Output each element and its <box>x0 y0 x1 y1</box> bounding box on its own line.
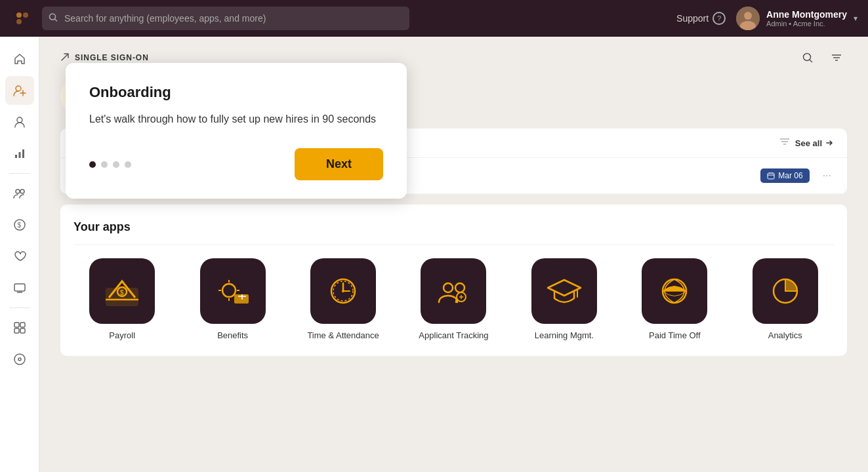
sidebar-item-reports[interactable] <box>5 139 34 168</box>
header-actions <box>797 47 847 68</box>
app-name-payroll: Payroll <box>109 330 135 340</box>
svg-rect-19 <box>14 284 25 291</box>
your-apps-title: Your apps <box>73 220 834 234</box>
svg-rect-57 <box>768 173 774 179</box>
svg-point-2 <box>16 19 22 24</box>
user-role: Admin • Acme Inc. <box>766 20 847 28</box>
apps-grid: $ Payroll <box>73 258 834 340</box>
svg-point-77 <box>444 283 453 292</box>
svg-line-28 <box>810 60 812 62</box>
popup-card: Onboarding Let's walk through how to ful… <box>66 63 407 199</box>
sidebar-item-people[interactable] <box>5 108 34 136</box>
logo-icon[interactable] <box>10 7 34 30</box>
svg-point-64 <box>222 284 236 297</box>
topnav: Support ? Anne Montgomery Admin • Acme I… <box>0 0 868 37</box>
header-search-button[interactable] <box>797 47 818 68</box>
svg-point-6 <box>744 12 752 20</box>
app-icon-benefits <box>200 258 266 324</box>
dot-1 <box>89 161 96 168</box>
dot-3 <box>113 161 119 168</box>
header-filter-button[interactable] <box>826 47 847 68</box>
svg-point-8 <box>16 86 21 91</box>
user-menu[interactable]: Anne Montgomery Admin • Acme Inc. ▾ <box>736 7 858 30</box>
svg-point-11 <box>17 117 22 123</box>
app-card-benefits[interactable]: Benefits <box>184 258 281 340</box>
sidebar-item-devices[interactable] <box>5 273 34 302</box>
app-card-pto[interactable]: Paid Time Off <box>626 258 723 340</box>
search-wrap <box>42 7 409 30</box>
app-name-time: Time & Attendance <box>307 330 379 340</box>
svg-rect-24 <box>20 328 25 333</box>
support-icon: ? <box>713 12 726 25</box>
sidebar-item-home[interactable] <box>5 45 34 73</box>
app-card-payroll[interactable]: $ Payroll <box>73 258 171 340</box>
app-card-learning[interactable]: Learning Mgmt. <box>516 258 613 340</box>
sidebar-item-settings[interactable] <box>5 345 34 374</box>
app-card-time[interactable]: Time & Attendance <box>295 258 392 340</box>
search-icon <box>49 13 58 24</box>
avatar <box>736 7 760 30</box>
sidebar-divider-2 <box>9 307 30 308</box>
svg-point-15 <box>16 189 20 193</box>
user-details: Anne Montgomery Admin • Acme Inc. <box>766 9 847 28</box>
support-label: Support <box>676 13 709 24</box>
app-name-analytics: Analytics <box>768 330 802 340</box>
app-icon-applicant <box>421 258 486 324</box>
svg-point-27 <box>804 54 811 61</box>
app-icon-payroll: $ <box>89 258 155 324</box>
app-name-pto: Paid Time Off <box>649 330 701 340</box>
dot-4 <box>125 161 131 168</box>
svg-point-16 <box>20 189 24 193</box>
svg-rect-13 <box>18 152 20 158</box>
app-icon-learning <box>531 258 597 324</box>
popup-text: Let's walk through how to fully set up n… <box>89 111 383 127</box>
app-name-learning: Learning Mgmt. <box>535 330 594 340</box>
next-button[interactable]: Next <box>295 148 383 180</box>
app-name-applicant: Applicant Tracking <box>419 330 488 340</box>
task-date-badge: Mar 06 <box>760 168 809 183</box>
app-card-analytics[interactable]: Analytics <box>737 258 834 340</box>
svg-point-1 <box>23 12 28 18</box>
popup-footer: Next <box>89 148 383 180</box>
svg-rect-12 <box>15 155 17 158</box>
app-icon-time <box>310 258 376 324</box>
support-button[interactable]: Support ? <box>676 12 726 25</box>
svg-point-76 <box>342 290 344 292</box>
onboarding-popup: Onboarding Let's walk through how to ful… <box>39 37 407 199</box>
svg-rect-14 <box>22 149 24 158</box>
svg-rect-65 <box>234 294 249 304</box>
see-all-button[interactable]: See all <box>795 138 834 148</box>
app-card-applicant[interactable]: Applicant Tracking <box>405 258 502 340</box>
user-menu-chevron: ▾ <box>854 14 858 23</box>
app-icon-pto <box>642 258 707 324</box>
user-name: Anne Montgomery <box>766 9 847 20</box>
sidebar-item-payroll[interactable]: $ <box>5 210 34 239</box>
main-content: SINGLE SIGN-ON <box>39 37 868 472</box>
sidebar-divider-1 <box>9 173 30 174</box>
tasks-filter-icon <box>779 136 790 149</box>
app-name-benefits: Benefits <box>217 330 248 340</box>
search-input[interactable] <box>42 7 409 30</box>
svg-point-26 <box>18 358 21 361</box>
svg-line-4 <box>55 19 58 22</box>
svg-point-25 <box>14 354 25 364</box>
svg-rect-21 <box>14 323 19 327</box>
apps-divider <box>73 245 834 245</box>
your-apps-section: Your apps $ Payroll <box>60 205 847 356</box>
sidebar: $ <box>0 37 39 472</box>
sidebar-item-apps[interactable] <box>5 313 34 342</box>
svg-point-78 <box>455 283 465 292</box>
popup-title: Onboarding <box>89 84 383 101</box>
nav-right: Support ? Anne Montgomery Admin • Acme I… <box>676 7 858 30</box>
sidebar-item-teams[interactable] <box>5 179 34 208</box>
svg-text:$: $ <box>17 222 21 229</box>
svg-point-3 <box>50 14 56 20</box>
sidebar-item-add-employee[interactable] <box>5 76 34 105</box>
dot-2 <box>101 161 108 168</box>
svg-rect-23 <box>14 328 19 333</box>
app-icon-analytics <box>753 258 818 324</box>
svg-text:$: $ <box>120 289 124 296</box>
popup-dots <box>89 161 131 168</box>
task-more-button[interactable]: ··· <box>820 170 834 182</box>
sidebar-item-benefits[interactable] <box>5 242 34 271</box>
